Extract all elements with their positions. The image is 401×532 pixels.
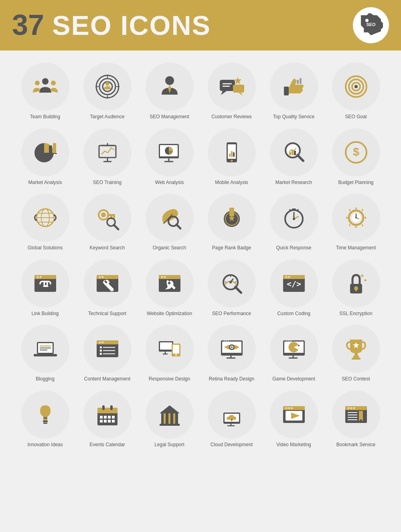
icon-item-seo-management: SEO Management	[140, 63, 198, 120]
svg-point-3	[35, 81, 40, 85]
icon-item-market-research: Market Research	[265, 128, 323, 186]
svg-rect-172	[102, 405, 105, 410]
icon-item-video-marketing: Video Marketing	[265, 390, 323, 448]
icon-label: SSL Encryption	[339, 311, 372, 317]
icon-circle	[208, 194, 256, 242]
svg-point-97	[101, 276, 103, 278]
svg-rect-138	[160, 342, 172, 350]
svg-rect-181	[112, 420, 115, 423]
icon-circle	[332, 390, 380, 439]
svg-rect-15	[220, 80, 235, 91]
icon-label: Game Development	[272, 376, 315, 382]
icons-grid: Team Building Target Audience	[0, 51, 401, 460]
icon-circle	[332, 259, 380, 307]
icon-item-budget-planning: $ Budget Planning	[327, 128, 385, 186]
svg-rect-173	[110, 405, 113, 410]
icon-item-link-building: Link Building	[16, 259, 74, 317]
icon-circle	[83, 390, 132, 439]
svg-rect-51	[289, 152, 291, 155]
icon-item-seo-training: SEO Training	[78, 128, 136, 186]
icon-circle	[146, 63, 194, 111]
icon-label: Events Calendar	[89, 442, 125, 448]
icon-item-technical-support: Technical Support	[78, 259, 136, 317]
svg-point-13	[165, 76, 174, 85]
icon-circle	[83, 194, 132, 242]
svg-rect-53	[294, 151, 296, 155]
svg-rect-175	[104, 416, 107, 419]
icon-item-responsive-design: Responsive Design	[140, 325, 198, 382]
icon-item-quick-response: Quick Response	[265, 194, 323, 251]
icon-circle	[270, 390, 318, 439]
svg-line-108	[235, 281, 236, 282]
svg-rect-142	[173, 345, 179, 354]
icon-circle	[208, 390, 256, 439]
svg-rect-187	[160, 424, 180, 426]
icon-label: Website Optimization	[147, 311, 192, 317]
svg-point-82	[293, 218, 295, 220]
svg-point-150	[231, 346, 233, 348]
svg-text:$: $	[353, 146, 359, 158]
icon-item-legal-support: Legal Support	[140, 390, 198, 448]
svg-point-197	[288, 407, 290, 409]
svg-rect-179	[104, 420, 107, 423]
svg-rect-48	[233, 152, 235, 157]
svg-rect-185	[173, 413, 175, 425]
icon-circle	[83, 325, 132, 373]
svg-rect-33	[99, 146, 116, 158]
icon-item-seo-goal: SEO Goal	[327, 63, 385, 120]
icon-label: Top Quality Service	[273, 114, 314, 120]
icon-label: SEO Contest	[342, 376, 370, 382]
svg-point-161	[290, 340, 291, 342]
svg-rect-177	[112, 416, 115, 419]
svg-point-130	[101, 342, 103, 344]
icon-count: 37	[12, 10, 44, 39]
icon-label: Time Management	[336, 245, 376, 251]
icon-item-keyword-search: Keyword Search	[78, 194, 136, 251]
icon-item-page-rank-badge: Page Rank Badge	[203, 194, 261, 251]
icon-circle	[21, 128, 69, 176]
svg-point-151	[224, 340, 225, 342]
icon-label: Keyword Search	[89, 245, 125, 251]
icon-circle	[270, 63, 318, 111]
icon-label: Organic Search	[153, 245, 186, 251]
icon-item-website-optimization: Website Optimization	[140, 259, 198, 317]
svg-rect-30	[49, 146, 52, 154]
svg-rect-22	[284, 87, 289, 95]
svg-point-28	[354, 85, 358, 88]
icon-item-seo-contest: SEO Contest	[327, 325, 385, 382]
svg-line-70	[114, 225, 118, 229]
svg-rect-176	[108, 416, 111, 419]
svg-rect-66	[107, 214, 115, 216]
svg-rect-174	[100, 416, 103, 419]
icon-item-global-solutions: Global Solutions	[16, 194, 74, 251]
icon-label: Customer Reviews	[211, 114, 252, 120]
icon-label: Technical Support	[88, 311, 126, 317]
icon-circle	[83, 128, 132, 176]
icon-item-target-audience: Target Audience	[78, 63, 136, 120]
icon-item-top-quality-service: Top Quality Service	[265, 63, 323, 120]
svg-rect-180	[108, 420, 111, 423]
svg-rect-166	[43, 421, 48, 422]
icon-label: SEO Training	[93, 180, 122, 186]
icon-item-mobile-analysis: Mobile Analysis	[203, 128, 261, 186]
svg-point-203	[347, 407, 349, 409]
icon-item-market-analysis: Market Analysis	[16, 128, 74, 186]
svg-rect-135	[100, 353, 102, 355]
svg-point-196	[285, 407, 287, 409]
svg-point-65	[101, 212, 106, 217]
svg-point-92	[36, 276, 38, 278]
svg-line-54	[298, 155, 303, 161]
svg-point-101	[164, 276, 166, 278]
icon-item-web-analysis: Web Analysis	[140, 128, 198, 186]
icon-label: Content Management	[84, 376, 130, 382]
svg-point-204	[350, 407, 352, 409]
icon-circle	[270, 128, 318, 176]
icon-item-retina-ready-design: Retina Ready Design	[203, 325, 261, 382]
icon-label: SEO Goal	[345, 114, 367, 120]
icon-item-game-development: Game Development	[265, 325, 323, 382]
icon-item-team-building: Team Building	[16, 63, 74, 120]
svg-point-158	[298, 345, 300, 346]
icon-item-content-management: Content Management	[78, 325, 136, 382]
seo-badge: SEO	[353, 7, 389, 43]
icon-circle	[146, 259, 194, 307]
